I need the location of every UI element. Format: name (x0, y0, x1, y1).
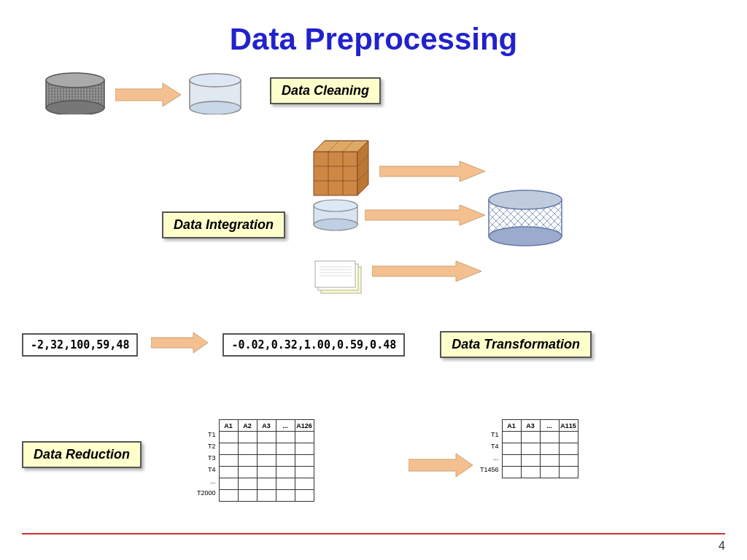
svg-point-40 (489, 227, 562, 246)
small-database-icon (310, 195, 361, 235)
transformation-section: -2,32,100,59,48 -0.02,0.32,1.00,0.59,0.4… (22, 330, 592, 359)
transform-arrow-icon (151, 330, 209, 359)
data-transformation-label: Data Transformation (440, 331, 592, 358)
svg-marker-36 (379, 161, 485, 182)
data-integration-label: Data Integration (162, 211, 285, 238)
reduction-table-after: T1 T4 ... T1456 A1A3...A115 (480, 419, 578, 478)
svg-point-7 (46, 73, 104, 88)
data-cleaning-label: Data Cleaning (270, 77, 381, 104)
transformation-input: -2,32,100,59,48 (22, 333, 138, 357)
svg-rect-31 (315, 261, 355, 287)
svg-point-27 (314, 219, 357, 230)
svg-marker-42 (151, 332, 208, 353)
svg-marker-43 (409, 454, 473, 477)
transformation-output: -0.02,0.32,1.00,0.59,0.48 (222, 333, 405, 357)
page-number: 4 (719, 540, 725, 553)
integration-arrow-top-icon (379, 159, 489, 187)
dirty-database-icon (42, 67, 108, 117)
svg-point-10 (190, 101, 241, 114)
data-reduction-label: Data Reduction (22, 441, 142, 468)
svg-point-11 (190, 74, 241, 87)
svg-marker-37 (365, 205, 485, 225)
svg-point-28 (314, 200, 357, 211)
slide: Data Preprocessing (0, 0, 747, 560)
bottom-divider (22, 533, 725, 534)
page-title: Data Preprocessing (29, 22, 718, 57)
cleaning-arrow-icon (115, 80, 181, 112)
pages-icon (312, 257, 371, 300)
integration-arrow-mid-icon (365, 203, 489, 231)
reduction-table-before: T1 T2 T3 T4 ... T2000 A1A2A3...A126 (197, 419, 314, 502)
svg-marker-38 (372, 261, 481, 281)
integrated-database-icon (485, 181, 565, 249)
clean-database-icon (186, 67, 244, 117)
integration-arrow-bot-icon (372, 259, 485, 287)
svg-point-6 (46, 101, 104, 114)
svg-rect-14 (314, 152, 357, 195)
svg-marker-8 (115, 83, 181, 106)
svg-point-41 (489, 190, 562, 209)
reduction-arrow-icon (409, 451, 474, 483)
